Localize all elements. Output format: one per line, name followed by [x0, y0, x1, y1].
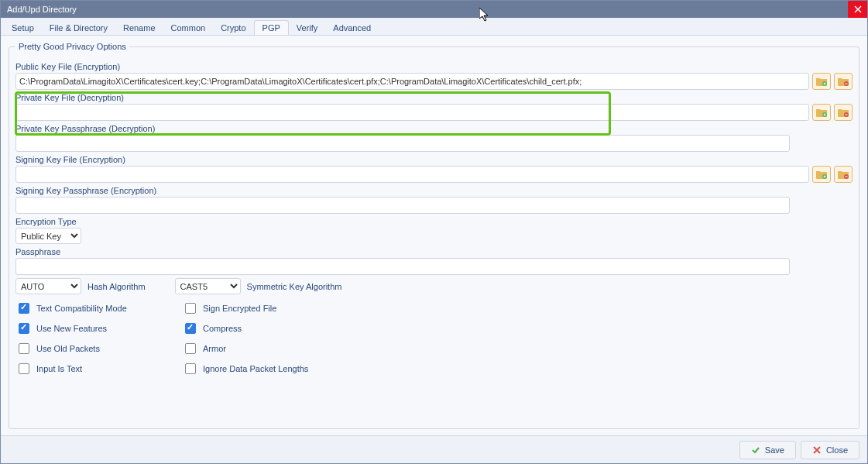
- hash-algo-label: Hash Algorithm: [87, 282, 146, 291]
- text-compat-checkbox-wrap[interactable]: Text Compatibility Mode: [15, 301, 182, 316]
- window-title: Add/Upd Directory: [7, 5, 77, 14]
- private-key-file-input[interactable]: [15, 104, 809, 121]
- input-text-checkbox[interactable]: [19, 363, 29, 374]
- tab-file-directory[interactable]: File & Directory: [42, 21, 115, 35]
- private-key-add-button[interactable]: [812, 104, 831, 121]
- private-key-pass-input[interactable]: [15, 135, 790, 152]
- passphrase-input[interactable]: [15, 258, 790, 275]
- compress-checkbox[interactable]: [185, 323, 196, 334]
- close-icon: [854, 5, 862, 13]
- tab-bar: Setup File & Directory Rename Common Cry…: [1, 18, 867, 35]
- private-key-remove-button[interactable]: [834, 104, 853, 121]
- save-button[interactable]: Save: [739, 441, 796, 459]
- old-packets-checkbox-wrap[interactable]: Use Old Packets: [15, 341, 182, 356]
- ignore-len-checkbox[interactable]: [185, 363, 196, 374]
- footer: Save Close: [1, 435, 867, 463]
- close-button[interactable]: Close: [801, 441, 859, 459]
- tab-setup[interactable]: Setup: [4, 21, 42, 35]
- old-packets-checkbox[interactable]: [19, 343, 29, 354]
- private-key-pass-label: Private Key Passphrase (Decryption): [15, 124, 853, 133]
- signing-key-file-label: Signing Key File (Encryption): [15, 155, 853, 164]
- encryption-type-select[interactable]: Public Key: [15, 228, 81, 244]
- new-features-checkbox[interactable]: [19, 323, 29, 334]
- window-close-button[interactable]: [848, 1, 867, 18]
- armor-checkbox-wrap[interactable]: Armor: [182, 341, 308, 356]
- input-text-checkbox-wrap[interactable]: Input Is Text: [15, 361, 182, 376]
- encryption-type-label: Encryption Type: [15, 217, 853, 226]
- pgp-options-group: Pretty Good Privacy Options Public Key F…: [9, 42, 859, 429]
- tab-pgp[interactable]: PGP: [254, 20, 289, 36]
- public-key-file-input[interactable]: [15, 73, 809, 90]
- signing-key-pass-input[interactable]: [15, 197, 790, 214]
- titlebar: Add/Upd Directory: [1, 1, 867, 18]
- symkey-algo-select[interactable]: CAST5: [175, 278, 241, 294]
- folder-remove-icon: [838, 108, 849, 117]
- folder-remove-icon: [838, 170, 849, 179]
- tab-crypto[interactable]: Crypto: [213, 21, 253, 35]
- public-key-file-label: Public Key File (Encryption): [15, 62, 853, 71]
- new-features-checkbox-wrap[interactable]: Use New Features: [15, 321, 182, 336]
- tab-advanced[interactable]: Advanced: [325, 21, 379, 35]
- tab-common[interactable]: Common: [163, 21, 214, 35]
- folder-add-icon: [816, 170, 827, 179]
- folder-add-icon: [816, 77, 827, 86]
- signing-key-file-input[interactable]: [15, 166, 809, 183]
- armor-checkbox[interactable]: [185, 343, 196, 354]
- x-icon: [812, 445, 822, 455]
- check-icon: [751, 445, 760, 455]
- public-key-add-button[interactable]: [812, 73, 831, 90]
- folder-add-icon: [816, 108, 827, 117]
- signing-key-remove-button[interactable]: [834, 166, 853, 183]
- text-compat-checkbox[interactable]: [19, 303, 29, 314]
- signing-key-add-button[interactable]: [812, 166, 831, 183]
- tab-rename[interactable]: Rename: [115, 21, 163, 35]
- hash-algo-select[interactable]: AUTO: [15, 278, 81, 294]
- sign-enc-checkbox[interactable]: [185, 303, 196, 314]
- folder-remove-icon: [838, 77, 849, 86]
- public-key-remove-button[interactable]: [834, 73, 853, 90]
- passphrase-label: Passphrase: [15, 247, 853, 256]
- compress-checkbox-wrap[interactable]: Compress: [182, 321, 308, 336]
- fieldset-legend: Pretty Good Privacy Options: [15, 42, 129, 51]
- symkey-algo-label: Symmetric Key Algorithm: [247, 282, 342, 291]
- tab-verify[interactable]: Verify: [289, 21, 326, 35]
- ignore-len-checkbox-wrap[interactable]: Ignore Data Packet Lengths: [182, 361, 308, 376]
- private-key-file-label: Private Key File (Decryption): [15, 93, 853, 102]
- sign-enc-checkbox-wrap[interactable]: Sign Encrypted File: [182, 301, 308, 316]
- signing-key-pass-label: Signing Key Passphrase (Encryption): [15, 186, 853, 195]
